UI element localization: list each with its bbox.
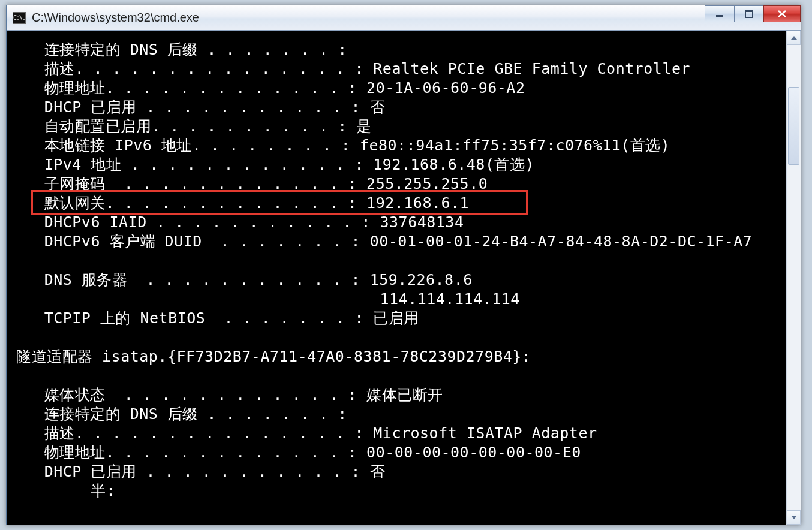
chevron-up-icon — [791, 36, 797, 40]
maximize-button[interactable] — [734, 5, 764, 22]
scrollbar-track[interactable] — [787, 45, 801, 510]
terminal-line: TCPIP 上的 NetBIOS . . . . . . . : 已启用 — [7, 309, 786, 328]
terminal-line: IPv4 地址 . . . . . . . . . . . . : 192.16… — [7, 155, 786, 174]
terminal-line: DHCP 已启用 . . . . . . . . . . . : 否 — [7, 98, 786, 117]
minimize-icon — [715, 10, 724, 17]
scrollbar-thumb[interactable] — [788, 87, 799, 165]
titlebar[interactable]: C:\. C:\Windows\system32\cmd.exe — [7, 5, 801, 31]
terminal-line: 子网掩码 . . . . . . . . . . . . : 255.255.2… — [7, 174, 786, 194]
window-title: C:\Windows\system32\cmd.exe — [32, 11, 199, 25]
vertical-scrollbar[interactable] — [786, 31, 801, 525]
close-button[interactable] — [763, 5, 801, 22]
terminal-line: 隧道适配器 isatap.{FF73D2B7-A711-47A0-8381-78… — [7, 347, 786, 366]
terminal-line: 114.114.114.114 — [7, 290, 786, 309]
window-controls — [705, 5, 801, 22]
terminal-line — [7, 328, 786, 347]
terminal-line: 物理地址. . . . . . . . . . . . . : 00-00-00… — [7, 443, 786, 462]
terminal-line: DHCP 已启用 . . . . . . . . . . . : 否 — [7, 462, 786, 481]
terminal-line: 描述. . . . . . . . . . . . . . . : Micros… — [7, 424, 786, 443]
terminal-line: DHCPv6 客户端 DUID . . . . . . . : 00-01-00… — [7, 232, 786, 251]
chevron-down-icon — [791, 516, 797, 519]
terminal-line: 半: — [7, 481, 786, 501]
terminal-line: 连接特定的 DNS 后缀 . . . . . . . : — [7, 40, 786, 59]
cmd-app-icon: C:\. — [13, 12, 26, 24]
svg-rect-2 — [745, 10, 753, 12]
terminal-line: 媒体状态 . . . . . . . . . . . . : 媒体已断开 — [7, 386, 786, 405]
terminal-line — [7, 366, 786, 386]
terminal-line: 本地链接 IPv6 地址. . . . . . . . : fe80::94a1… — [7, 136, 786, 155]
svg-rect-0 — [716, 15, 723, 17]
terminal-line: 描述. . . . . . . . . . . . . . . : Realte… — [7, 59, 786, 79]
scroll-down-button[interactable] — [787, 510, 801, 525]
cmd-window: C:\. C:\Windows\system32\cmd.exe 连接特定的 D… — [6, 5, 801, 525]
terminal-line: DNS 服务器 . . . . . . . . . . . : 159.226.… — [7, 270, 786, 290]
terminal-line — [7, 251, 786, 270]
terminal-line: 自动配置已启用. . . . . . . . . . : 是 — [7, 117, 786, 136]
svg-marker-6 — [791, 516, 797, 519]
terminal-output[interactable]: 连接特定的 DNS 后缀 . . . . . . . : 描述. . . . .… — [7, 31, 786, 525]
terminal-line: 物理地址. . . . . . . . . . . . . : 20-1A-06… — [7, 79, 786, 98]
scroll-up-button[interactable] — [787, 31, 801, 45]
minimize-button[interactable] — [705, 5, 735, 22]
maximize-icon — [744, 10, 754, 18]
close-icon — [777, 10, 787, 18]
terminal-line: 默认网关. . . . . . . . . . . . . : 192.168.… — [7, 194, 786, 213]
content-area: 连接特定的 DNS 后缀 . . . . . . . : 描述. . . . .… — [7, 31, 801, 525]
svg-marker-5 — [791, 36, 797, 40]
terminal-line: DHCPv6 IAID . . . . . . . . . . . : 3376… — [7, 213, 786, 232]
terminal-line: 连接特定的 DNS 后缀 . . . . . . . : — [7, 405, 786, 424]
